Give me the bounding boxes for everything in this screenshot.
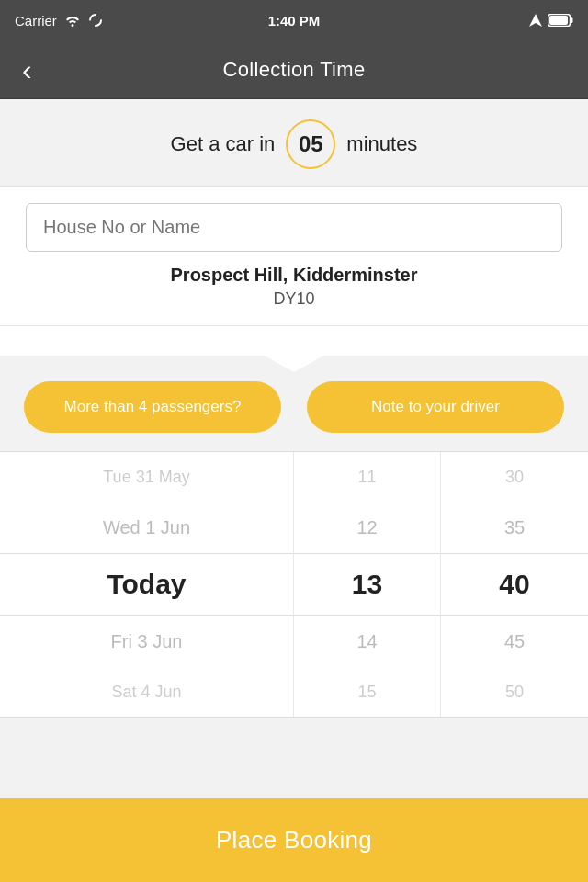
picker-day-row-0[interactable]: Tue 31 May	[0, 452, 293, 502]
address-line1: Prospect Hill, Kidderminster	[26, 265, 562, 286]
address-section: Prospect Hill, Kidderminster DY10	[0, 187, 588, 326]
note-button[interactable]: Note to your driver	[307, 381, 564, 433]
picker-minute-row-4[interactable]: 50	[441, 667, 588, 717]
picker-day-row-1[interactable]: Wed 1 Jun	[0, 502, 293, 553]
place-booking-button[interactable]: Place Booking	[0, 798, 588, 882]
nav-bar: ‹ Collection Time	[0, 40, 588, 99]
time-picker[interactable]: Tue 31 May Wed 1 Jun Today Fri 3 Jun Sat…	[0, 451, 588, 718]
battery-icon	[548, 14, 573, 27]
picker-hour-row-1[interactable]: 12	[294, 502, 440, 553]
nav-title: Collection Time	[223, 58, 366, 82]
house-input[interactable]	[26, 203, 562, 252]
picker-hour-row-2[interactable]: 13	[294, 553, 440, 616]
back-button[interactable]: ‹	[15, 51, 40, 88]
picker-day-row-2[interactable]: Today	[0, 553, 293, 616]
picker-minute-col[interactable]: 30 35 40 45 50	[441, 452, 588, 717]
picker-minute-row-0[interactable]: 30	[441, 452, 588, 502]
passengers-button[interactable]: More than 4 passengers?	[24, 381, 281, 433]
svg-rect-4	[549, 16, 568, 25]
svg-point-0	[90, 15, 101, 26]
wifi-icon	[64, 14, 81, 27]
arrival-suffix: minutes	[346, 132, 417, 156]
carrier-label: Carrier	[15, 13, 57, 28]
svg-rect-3	[571, 17, 573, 23]
picker-hour-row-3[interactable]: 14	[294, 616, 440, 667]
picker-minute-row-2[interactable]: 40	[441, 553, 588, 616]
location-icon	[529, 14, 542, 27]
arrival-text: Get a car in 05 minutes	[18, 119, 570, 169]
minutes-circle: 05	[286, 119, 335, 169]
picker-hour-col[interactable]: 11 12 13 14 15	[294, 452, 441, 717]
picker-minute-row-3[interactable]: 45	[441, 616, 588, 667]
booking-btn-container: Place Booking	[0, 798, 588, 882]
arrival-prefix: Get a car in	[171, 132, 276, 156]
picker-day-row-3[interactable]: Fri 3 Jun	[0, 616, 293, 667]
arrival-banner: Get a car in 05 minutes	[0, 99, 588, 187]
picker-minute-row-1[interactable]: 35	[441, 502, 588, 553]
address-line2: DY10	[26, 289, 562, 309]
status-bar: Carrier 1:40 PM	[0, 0, 588, 40]
activity-icon	[88, 13, 103, 28]
picker-day-row-4[interactable]: Sat 4 Jun	[0, 667, 293, 717]
status-left: Carrier	[15, 13, 103, 28]
triangle-separator	[0, 326, 588, 356]
status-time: 1:40 PM	[268, 13, 321, 28]
svg-marker-1	[529, 14, 542, 27]
status-right	[529, 14, 573, 27]
picker-day-col[interactable]: Tue 31 May Wed 1 Jun Today Fri 3 Jun Sat…	[0, 452, 294, 717]
picker-grid: Tue 31 May Wed 1 Jun Today Fri 3 Jun Sat…	[0, 452, 588, 717]
picker-hour-row-4[interactable]: 15	[294, 667, 440, 717]
picker-hour-row-0[interactable]: 11	[294, 452, 440, 502]
